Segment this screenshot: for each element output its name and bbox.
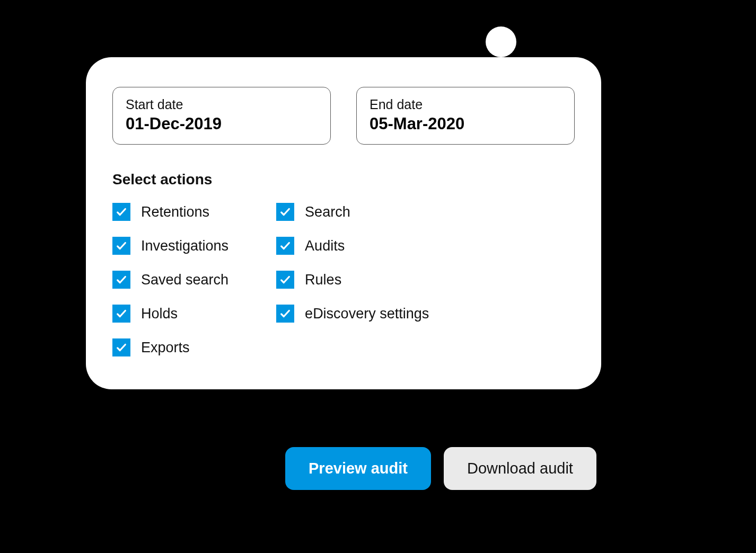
- start-date-value: 01-Dec-2019: [126, 114, 318, 133]
- checkbox-exports[interactable]: Exports: [112, 338, 228, 356]
- preview-audit-button[interactable]: Preview audit: [285, 447, 431, 490]
- end-date-field[interactable]: End date 05-Mar-2020: [356, 87, 575, 145]
- end-date-value: 05-Mar-2020: [370, 114, 561, 133]
- check-icon: [276, 305, 294, 323]
- start-date-label: Start date: [126, 97, 318, 112]
- checkbox-label: Investigations: [141, 238, 228, 254]
- checkbox-saved-search[interactable]: Saved search: [112, 271, 228, 289]
- check-icon: [112, 237, 130, 255]
- download-audit-button[interactable]: Download audit: [444, 447, 596, 490]
- check-icon: [112, 203, 130, 221]
- actions-column-2: Search Audits Rules eDiscovery settings: [276, 203, 429, 356]
- checkbox-label: Audits: [305, 238, 345, 254]
- checkbox-label: Search: [305, 204, 350, 220]
- end-date-label: End date: [370, 97, 561, 112]
- check-icon: [276, 237, 294, 255]
- checkbox-search[interactable]: Search: [276, 203, 429, 221]
- actions-checkbox-grid: Retentions Investigations Saved search H…: [112, 203, 575, 356]
- action-buttons: Preview audit Download audit: [285, 447, 596, 490]
- checkbox-label: eDiscovery settings: [305, 306, 429, 322]
- check-icon: [112, 271, 130, 289]
- checkbox-rules[interactable]: Rules: [276, 271, 429, 289]
- decorative-circle: [486, 26, 516, 57]
- checkbox-audits[interactable]: Audits: [276, 237, 429, 255]
- checkbox-ediscovery-settings[interactable]: eDiscovery settings: [276, 305, 429, 323]
- audit-filter-card: Start date 01-Dec-2019 End date 05-Mar-2…: [86, 57, 601, 389]
- check-icon: [276, 203, 294, 221]
- checkbox-label: Holds: [141, 306, 178, 322]
- check-icon: [112, 338, 130, 356]
- check-icon: [112, 305, 130, 323]
- checkbox-investigations[interactable]: Investigations: [112, 237, 228, 255]
- select-actions-title: Select actions: [112, 171, 575, 188]
- checkbox-holds[interactable]: Holds: [112, 305, 228, 323]
- check-icon: [276, 271, 294, 289]
- actions-column-1: Retentions Investigations Saved search H…: [112, 203, 228, 356]
- checkbox-label: Retentions: [141, 204, 209, 220]
- date-range-row: Start date 01-Dec-2019 End date 05-Mar-2…: [112, 87, 575, 145]
- checkbox-label: Exports: [141, 340, 190, 356]
- checkbox-retentions[interactable]: Retentions: [112, 203, 228, 221]
- checkbox-label: Rules: [305, 272, 341, 288]
- start-date-field[interactable]: Start date 01-Dec-2019: [112, 87, 331, 145]
- checkbox-label: Saved search: [141, 272, 228, 288]
